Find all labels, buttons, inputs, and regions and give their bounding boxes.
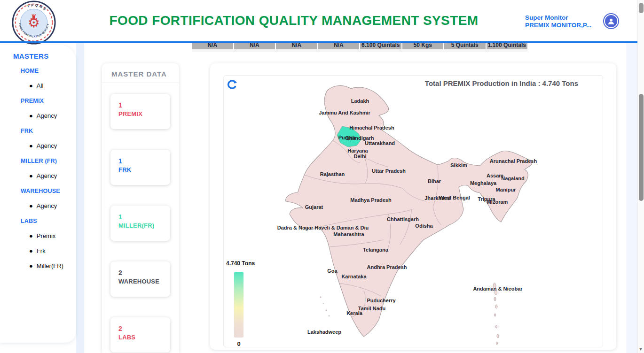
table-cell: N/A: [192, 43, 234, 49]
master-card-millerfr[interactable]: 1MILLER(FR): [110, 206, 170, 241]
user-role: Super Monitor: [525, 14, 600, 22]
refresh-icon[interactable]: [227, 79, 239, 91]
master-card-label: LABS: [118, 333, 170, 342]
india-map[interactable]: [224, 76, 603, 347]
map-card: Total PREMIX Production in India : 4.740…: [210, 63, 616, 350]
legend-min-label: 0: [234, 338, 243, 347]
svg-text:♜: ♜: [31, 13, 37, 21]
sidebar-item-premix[interactable]: PREMIX: [0, 93, 76, 108]
legend-gradient-bar: [234, 272, 243, 338]
master-card-frk[interactable]: 1FRK: [110, 150, 170, 185]
sidebar-sections: HOME●AllPREMIX●AgencyFRK●AgencyMILLER (F…: [0, 63, 76, 274]
table-cell: 1.100 Quintals: [487, 43, 528, 49]
table-cell: N/A: [234, 43, 276, 49]
sidebar-item-frk[interactable]: FRK: [0, 123, 76, 138]
legend-max-label: 4.740 Tons: [226, 260, 255, 267]
sidebar-subitem-agency[interactable]: ●Agency: [0, 138, 76, 153]
app-header: FFQMS FOOD FORTIFICATION QUALITY MANAGEM…: [0, 0, 644, 41]
left-background-strip: [76, 43, 84, 353]
master-card-count: 2: [118, 269, 170, 277]
page-title: FOOD FORTIFICATION QUALITY MANAGEMENT SY…: [85, 13, 503, 28]
andaman-islands: [493, 283, 499, 345]
sidebar-subitem-miller-fr-[interactable]: ●Miller(FR): [0, 259, 76, 274]
lakshadweep-islands: [320, 297, 330, 316]
user-avatar-icon[interactable]: [603, 13, 619, 29]
sidebar-subitem-agency[interactable]: ●Agency: [0, 199, 76, 214]
master-card-count: 1: [118, 157, 170, 165]
table-cell: 5 Quintals: [444, 43, 487, 49]
master-card-label: FRK: [118, 165, 170, 175]
bullet-icon: ●: [29, 78, 33, 93]
ffqms-logo: FFQMS FOOD FORTIFICATION QUALITY MANAGEM…: [11, 0, 56, 45]
master-card-count: 1: [118, 213, 170, 221]
bullet-icon: ●: [29, 169, 33, 184]
header-divider: [0, 41, 644, 43]
user-name: PREMIX MONITOR,P...: [525, 22, 600, 29]
right-background-strip: [626, 43, 637, 353]
master-card-labs[interactable]: 2LABS: [110, 317, 170, 353]
master-data-title: MASTER DATA: [102, 63, 179, 83]
table-cell: 6.100 Quintals: [360, 43, 402, 49]
table-cell: 50 Kgs: [402, 43, 445, 49]
page-scrollbar[interactable]: ▼: [637, 0, 644, 353]
master-card-label: PREMIX: [118, 109, 170, 119]
sidebar-subitem-frk[interactable]: ●Frk: [0, 244, 76, 259]
bullet-icon: ●: [29, 259, 33, 274]
bullet-icon: ●: [29, 229, 33, 244]
sidebar: MASTERS HOME●AllPREMIX●AgencyFRK●AgencyM…: [0, 45, 76, 343]
summary-table-next-row: [192, 49, 527, 52]
user-info[interactable]: Super Monitor PREMIX MONITOR,P...: [525, 14, 600, 29]
master-data-cards: 1PREMIX1FRK1MILLER(FR)2WAREHOUSE2LABS: [102, 83, 179, 353]
bullet-icon: ●: [29, 244, 33, 259]
map-legend: 4.740 Tons 0: [226, 260, 255, 347]
sidebar-item-home[interactable]: HOME: [0, 63, 76, 78]
bullet-icon: ●: [29, 108, 33, 123]
app-screen: FFQMS FOOD FORTIFICATION QUALITY MANAGEM…: [0, 0, 644, 353]
table-cell: N/A: [276, 43, 318, 49]
scrollbar-thumb[interactable]: [639, 94, 644, 201]
master-card-warehouse[interactable]: 2WAREHOUSE: [110, 261, 170, 297]
sidebar-item-labs[interactable]: LABS: [0, 214, 76, 229]
scrollbar-down-arrow-icon[interactable]: ▼: [638, 346, 643, 352]
master-card-label: WAREHOUSE: [118, 277, 170, 286]
table-cell: N/A: [318, 43, 361, 49]
sidebar-item-miller-fr[interactable]: MILLER (FR): [0, 153, 76, 169]
master-card-count: 1: [118, 101, 170, 109]
map-panel: Total PREMIX Production in India : 4.740…: [223, 75, 603, 347]
bullet-icon: ●: [29, 138, 33, 153]
scrollbar-top-thumb[interactable]: [639, 3, 644, 13]
master-data-panel: MASTER DATA 1PREMIX1FRK1MILLER(FR)2WAREH…: [102, 63, 179, 353]
master-card-premix[interactable]: 1PREMIX: [110, 94, 170, 129]
sidebar-item-warehouse[interactable]: WAREHOUSE: [0, 184, 76, 199]
master-card-count: 2: [118, 324, 170, 333]
sidebar-subitem-premix[interactable]: ●Premix: [0, 229, 76, 244]
map-title: Total PREMIX Production in India : 4.740…: [425, 79, 578, 87]
summary-table-row: N/AN/AN/AN/A6.100 Quintals50 Kgs5 Quinta…: [192, 43, 527, 49]
master-card-label: MILLER(FR): [118, 221, 170, 230]
bullet-icon: ●: [29, 199, 33, 214]
sidebar-subitem-agency[interactable]: ●Agency: [0, 169, 76, 184]
sidebar-title: MASTERS: [0, 49, 76, 63]
sidebar-subitem-agency[interactable]: ●Agency: [0, 108, 76, 123]
sidebar-subitem-all[interactable]: ●All: [0, 78, 76, 93]
